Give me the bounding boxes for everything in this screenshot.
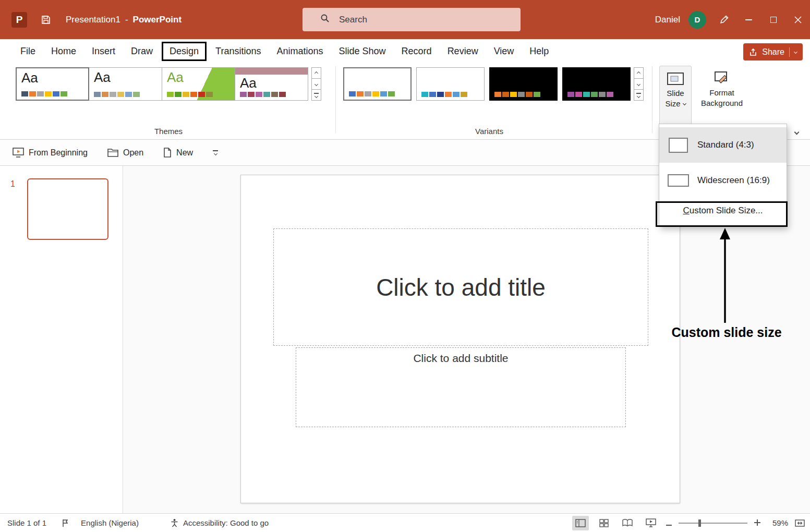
zoom-in-button[interactable]: [754, 518, 760, 527]
standard-ratio-icon: [669, 138, 688, 153]
tab-review[interactable]: Review: [440, 46, 486, 57]
color-swatch: [125, 92, 132, 97]
reading-view-button[interactable]: [619, 516, 636, 530]
format-background-icon: [714, 71, 730, 86]
slide[interactable]: Click to add title Click to add subtitle: [240, 175, 680, 503]
tab-help[interactable]: Help: [522, 46, 557, 57]
normal-view-button[interactable]: [572, 516, 589, 530]
proofing-icon[interactable]: [61, 519, 69, 527]
language-indicator[interactable]: English (Nigeria): [81, 518, 139, 527]
color-swatch: [279, 92, 286, 97]
slide-indicator[interactable]: Slide 1 of 1: [7, 518, 46, 527]
variant-thumbnail-2[interactable]: [416, 67, 485, 101]
color-swatch: [349, 91, 356, 96]
tab-draw[interactable]: Draw: [123, 46, 161, 57]
themes-group-label: Themes: [16, 127, 321, 136]
variant-thumbnail-3[interactable]: [489, 67, 558, 101]
color-swatch: [248, 92, 255, 97]
color-swatch: [94, 92, 101, 97]
zoom-level[interactable]: 59%: [767, 518, 788, 527]
variants-scroll-up-button[interactable]: [634, 67, 644, 79]
themes-scroll-down-button[interactable]: [311, 78, 321, 90]
color-swatch: [53, 91, 59, 96]
color-swatch: [461, 92, 467, 97]
theme-thumbnail-2[interactable]: Aa: [89, 67, 162, 101]
chevron-down-icon: [794, 130, 800, 135]
fit-to-window-icon: [795, 519, 805, 527]
pen-icon[interactable]: [719, 15, 729, 25]
tab-home[interactable]: Home: [43, 46, 84, 57]
from-beginning-button[interactable]: From Beginning: [13, 148, 88, 158]
slideshow-view-button[interactable]: [643, 516, 659, 530]
slide-number: 1: [10, 179, 15, 189]
tab-insert[interactable]: Insert: [84, 46, 123, 57]
color-swatch: [599, 92, 606, 97]
color-swatch: [183, 92, 189, 97]
open-label: Open: [123, 148, 143, 158]
tab-record[interactable]: Record: [394, 46, 440, 57]
group-divider: [335, 66, 336, 133]
save-icon[interactable]: [41, 15, 51, 25]
widescreen-ratio-icon: [668, 174, 689, 187]
user-name[interactable]: Daniel: [655, 15, 680, 25]
theme-preview-text: Aa: [94, 69, 111, 85]
tab-view[interactable]: View: [486, 46, 522, 57]
share-label: Share: [762, 47, 784, 57]
zoom-slider[interactable]: [679, 519, 747, 527]
chevron-down-icon: [637, 82, 640, 86]
avatar[interactable]: D: [688, 11, 706, 29]
color-swatch: [45, 91, 52, 96]
title-bar: P Presentation1 - PowerPoint Search Dani…: [0, 0, 810, 39]
accessibility-status[interactable]: Accessibility: Good to go: [183, 518, 269, 527]
variants-more-button[interactable]: [634, 89, 644, 101]
color-swatch: [453, 92, 460, 97]
zoom-slider-handle[interactable]: [698, 519, 701, 527]
color-swatch: [102, 92, 108, 97]
subtitle-placeholder[interactable]: Click to add subtitle: [296, 347, 626, 427]
menu-item-widescreen[interactable]: Widescreen (16:9): [659, 163, 787, 198]
open-button[interactable]: Open: [107, 148, 143, 158]
theme-thumbnail-4[interactable]: Aa: [235, 67, 308, 101]
theme-preview-text: Aa: [21, 70, 38, 86]
powerpoint-logo-icon[interactable]: P: [11, 12, 27, 28]
slide-size-button[interactable]: Slide Size: [659, 66, 692, 127]
menu-item-standard[interactable]: Standard (4:3): [659, 127, 787, 163]
themes-scroll-up-button[interactable]: [311, 67, 321, 79]
toolbar-options-button[interactable]: [213, 150, 218, 155]
format-background-button[interactable]: Format Background: [696, 66, 748, 127]
gallery-more-icon: [314, 93, 319, 98]
tab-design[interactable]: Design: [162, 42, 207, 61]
variants-scroll-down-button[interactable]: [634, 78, 644, 90]
theme-thumbnail-3[interactable]: Aa: [162, 67, 235, 101]
slide-thumbnail[interactable]: [27, 178, 108, 240]
ribbon-tab-bar: File Home Insert Draw Design Transitions…: [0, 39, 810, 63]
theme-thumbnail-1[interactable]: Aa: [16, 67, 89, 101]
search-box[interactable]: Search: [303, 8, 521, 31]
variant-thumbnail-4[interactable]: [562, 67, 631, 101]
minimize-button[interactable]: [736, 0, 761, 39]
close-button[interactable]: [785, 0, 810, 39]
share-button[interactable]: Share: [743, 43, 803, 61]
zoom-out-button[interactable]: [666, 518, 672, 527]
fit-slide-to-window-button[interactable]: [795, 519, 805, 527]
maximize-icon: [770, 17, 777, 23]
slide-sorter-view-button[interactable]: [596, 516, 612, 530]
color-swatch: [567, 92, 574, 97]
color-swatch: [271, 92, 278, 97]
app-name: PowerPoint: [133, 15, 182, 25]
tab-file[interactable]: File: [13, 46, 43, 57]
new-button[interactable]: New: [163, 148, 193, 158]
ribbon-collapse-button[interactable]: [795, 127, 799, 136]
tab-slide-show[interactable]: Slide Show: [331, 46, 394, 57]
tab-transitions[interactable]: Transitions: [208, 46, 269, 57]
title-placeholder[interactable]: Click to add title: [273, 228, 648, 346]
color-swatch: [494, 92, 501, 97]
variant-thumbnail-1[interactable]: [343, 67, 412, 101]
themes-more-button[interactable]: [311, 89, 321, 101]
maximize-button[interactable]: [761, 0, 785, 39]
color-swatch: [365, 91, 371, 96]
color-swatch: [380, 91, 387, 96]
accessibility-icon[interactable]: [170, 518, 179, 527]
color-swatch: [575, 92, 582, 97]
tab-animations[interactable]: Animations: [269, 46, 331, 57]
